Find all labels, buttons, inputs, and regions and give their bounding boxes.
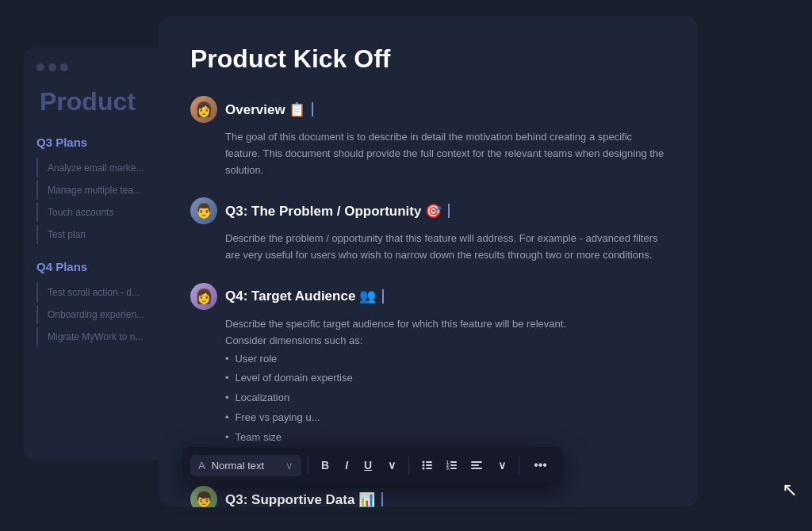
bullet-list-button[interactable] [416,455,439,476]
italic-button[interactable]: I [339,454,354,476]
section-audience: 👩 Q4: Target Audience 👥 Describe the spe… [190,283,666,467]
svg-rect-1 [426,461,432,463]
bullet-item: Level of domain expertise [225,369,666,388]
document-panel: Product Kick Off 👩 Overview 📋 The goal o… [159,16,698,507]
sidebar-item-analyze[interactable]: Analyze email marke... [36,159,178,178]
bullet-item: User role [225,350,666,369]
section-overview-body[interactable]: The goal of this document is to describe… [190,129,666,178]
svg-rect-14 [471,468,482,469]
sidebar-item-testplan[interactable]: Test plan [36,225,178,244]
formatting-toolbar: A Normal text ∨ B I U ∨ [182,447,563,483]
bullet-item: Team size [225,428,666,448]
dot-1 [36,63,44,71]
text-format-more-button[interactable]: ∨ [381,454,402,476]
section-audience-title: Q4: Target Audience 👥 [225,288,384,304]
sidebar-title: Product [36,87,178,117]
bullet-item: Localization [225,388,666,408]
avatar-supportive: 👦 [190,486,217,507]
text-cursor-overview [312,102,313,117]
text-cursor-audience [382,289,384,304]
section-supportive: 👦 Q3: Supportive Data 📊 Consider any sup… [190,486,666,507]
svg-point-2 [423,464,425,467]
chevron-down-icon: ∨ [285,460,293,472]
sidebar-item-migrate[interactable]: Migrate MyWork to n... [36,327,178,346]
section-supportive-header: 👦 Q3: Supportive Data 📊 [190,486,666,507]
section-audience-header: 👩 Q4: Target Audience 👥 [190,283,666,310]
dot-2 [48,63,56,71]
svg-point-0 [423,461,425,464]
dot-3 [60,63,68,71]
svg-rect-13 [471,464,479,466]
text-style-prefix-icon: A [198,460,205,472]
text-cursor-supportive [381,492,383,506]
sidebar-q4-title: Q4 Plans [36,260,178,273]
more-options-button[interactable]: ••• [526,453,555,477]
svg-rect-12 [471,461,482,463]
sidebar-q3-title: Q3 Plans [36,136,178,149]
svg-rect-9 [450,464,457,466]
section-problem-body[interactable]: Describe the problem / opportunity that … [190,231,666,264]
avatar-audience: 👩 [190,283,217,310]
text-cursor-problem [448,204,450,218]
svg-rect-11 [450,468,457,469]
window-controls [36,63,178,71]
svg-rect-5 [426,468,432,469]
svg-rect-3 [426,464,432,466]
sidebar-item-testscroll[interactable]: Test scroll action - d... [36,283,178,302]
sidebar-item-manage[interactable]: Manage multiple tea... [36,181,178,200]
text-style-dropdown[interactable]: A Normal text ∨ [190,455,301,476]
numbered-list-button[interactable]: 1. 2. 3. [440,455,464,476]
document-title: Product Kick Off [190,44,666,74]
bold-button[interactable]: B [315,454,335,476]
section-overview-title: Overview 📋 [225,101,313,118]
avatar-overview: 👩 [190,96,217,123]
section-problem-title: Q3: The Problem / Opportunity 🎯 [225,203,450,220]
sidebar-item-onboarding[interactable]: Onboarding experien... [36,305,178,324]
section-overview-header: 👩 Overview 📋 [190,96,666,123]
toolbar-divider-1 [308,456,308,475]
svg-rect-7 [450,461,457,463]
mouse-cursor: ↖ [782,479,798,501]
section-problem: 👨 Q3: The Problem / Opportunity 🎯 Descri… [190,197,666,264]
toolbar-divider-3 [519,456,519,475]
section-overview: 👩 Overview 📋 The goal of this document i… [190,96,666,178]
chevron-down-icon: ∨ [388,459,396,472]
sidebar-item-touch[interactable]: Touch accounts [36,203,178,222]
align-button[interactable] [465,455,488,476]
sidebar-q3-section: Q3 Plans Analyze email marke... Manage m… [36,136,178,244]
section-problem-header: 👨 Q3: The Problem / Opportunity 🎯 [190,197,666,224]
bullet-item: Free vs paying u... [225,408,666,428]
section-supportive-title: Q3: Supportive Data 📊 [225,491,383,507]
text-style-label: Normal text [212,460,264,472]
section-audience-body[interactable]: Describe the specific target audience fo… [190,316,666,467]
avatar-problem: 👨 [190,197,217,224]
list-more-button[interactable]: ∨ [492,454,512,476]
svg-text:3.: 3. [446,466,450,471]
list-button-group: 1. 2. 3. [416,455,488,476]
underline-button[interactable]: U [358,454,378,476]
toolbar-divider-2 [408,456,409,475]
chevron-down-icon: ∨ [498,459,506,472]
svg-point-4 [423,468,425,470]
sidebar-q4-section: Q4 Plans Test scroll action - d... Onboa… [36,260,178,346]
